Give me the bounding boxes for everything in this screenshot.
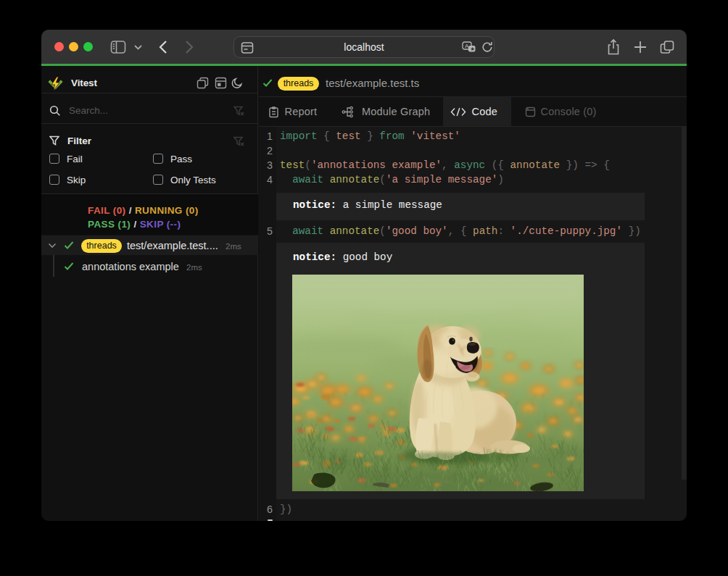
svg-text:★: ★	[470, 46, 475, 52]
